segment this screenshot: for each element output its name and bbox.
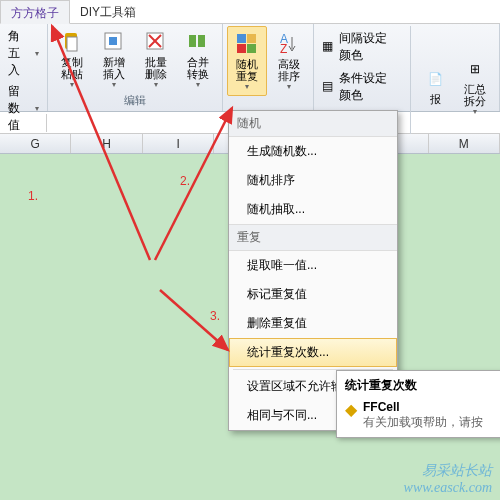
batch-delete-button[interactable]: 批量 删除▾ (136, 26, 176, 93)
menu-header-random: 随机 (229, 111, 397, 137)
svg-rect-3 (109, 37, 117, 45)
menu-random-sort[interactable]: 随机排序 (229, 166, 397, 195)
interval-color-button[interactable]: ▦间隔设定颜色 (318, 28, 402, 66)
round-button[interactable]: 角五入▾ (4, 26, 43, 81)
svg-rect-12 (247, 44, 256, 53)
insert-icon (102, 30, 126, 54)
menu-del-dup[interactable]: 删除重复值 (229, 309, 397, 338)
adv-sort-button[interactable]: AZ高级 排序▾ (269, 26, 309, 96)
paste-icon (60, 30, 84, 54)
random-repeat-button[interactable]: 随机 重复▾ (227, 26, 267, 96)
svg-rect-10 (247, 34, 256, 43)
grid-color-icon (235, 32, 259, 56)
report-icon: 📄 (423, 67, 447, 91)
merge-icon (186, 30, 210, 54)
interval-icon: ▦ (322, 39, 335, 55)
svg-rect-11 (237, 44, 246, 53)
menu-gen-random[interactable]: 生成随机数... (229, 137, 397, 166)
svg-text:Z: Z (280, 42, 287, 55)
tooltip: 统计重复次数 ◆ FFCell 有关加载项帮助，请按 (336, 370, 500, 438)
sort-icon: AZ (277, 32, 301, 56)
delete-icon (144, 30, 168, 54)
menu-count-dup[interactable]: 统计重复次数... (229, 338, 397, 367)
menu-unique[interactable]: 提取唯一值... (229, 251, 397, 280)
menu-mark-dup[interactable]: 标记重复值 (229, 280, 397, 309)
report-button[interactable]: 📄报 (415, 26, 455, 146)
tab-diy[interactable]: DIY工具箱 (70, 0, 146, 23)
ribbon: 角五入▾ 留数值▾ 复制 粘贴▾ 新增 插入▾ 批量 删除▾ 合并 转换▾ 编辑… (0, 24, 500, 112)
watermark: 易采站长站 www.easck.com (404, 462, 492, 496)
group-label-edit: 编辑 (52, 93, 218, 109)
merge-convert-button[interactable]: 合并 转换▾ (178, 26, 218, 93)
col-header[interactable]: H (71, 134, 142, 153)
svg-rect-1 (67, 37, 77, 51)
tooltip-app: FFCell (363, 400, 483, 414)
tab-fangge[interactable]: 方方格子 (0, 0, 70, 24)
col-header[interactable]: M (429, 134, 500, 153)
svg-rect-9 (237, 34, 246, 43)
pivot-split-button[interactable]: ⊞汇总 拆分▾ (455, 26, 495, 146)
col-header[interactable]: I (143, 134, 214, 153)
menu-header-repeat: 重复 (229, 224, 397, 251)
keep-value-button[interactable]: 留数值▾ (4, 81, 43, 136)
svg-rect-8 (198, 35, 205, 47)
col-header[interactable]: G (0, 134, 71, 153)
svg-rect-7 (189, 35, 196, 47)
cond-color-button[interactable]: ▤条件设定颜色 (318, 68, 402, 106)
tooltip-help: 有关加载项帮助，请按 (363, 414, 483, 431)
insert-button[interactable]: 新增 插入▾ (94, 26, 134, 93)
pivot-icon: ⊞ (463, 57, 487, 81)
cond-icon: ▤ (322, 79, 335, 95)
tooltip-title: 统计重复次数 (345, 377, 500, 394)
copy-paste-button[interactable]: 复制 粘贴▾ (52, 26, 92, 93)
help-icon: ◆ (345, 400, 357, 419)
menu-random-pick[interactable]: 随机抽取... (229, 195, 397, 224)
